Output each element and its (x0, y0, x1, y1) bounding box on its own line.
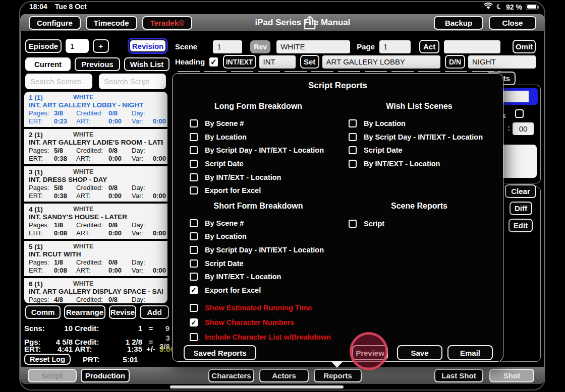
scene-list-item[interactable]: 5 (1)WHITEINT. RCUT WITHPages:1/8Credite… (24, 239, 167, 276)
checkbox-icon[interactable] (190, 219, 198, 227)
checkbox-icon[interactable] (190, 246, 198, 254)
set-field[interactable] (322, 55, 440, 69)
timecode-button[interactable]: Timecode (86, 16, 137, 30)
set-button[interactable]: Set (300, 55, 319, 69)
scene-list-item[interactable]: 2 (1)WHITEINT. ART GALLERY LADIE'S ROOM … (24, 127, 167, 164)
page-number-field[interactable] (379, 40, 411, 53)
hidden-tab-row (178, 71, 500, 72)
add-episode-button[interactable]: + (93, 39, 109, 53)
scene-number-field[interactable] (213, 40, 242, 53)
report-option[interactable]: By Script Day - INT/EXT - Location (183, 243, 349, 257)
report-option[interactable]: By Scene # (183, 117, 349, 130)
clear-button[interactable]: Clear (505, 184, 536, 198)
tab-current[interactable]: Current (25, 57, 71, 71)
report-option[interactable]: Include Character List w/Breakdown (183, 330, 349, 344)
report-option[interactable]: By Script Day - INT/EXT - Location (349, 130, 500, 144)
preview-button[interactable]: Preview (352, 345, 388, 360)
checkbox-icon[interactable] (349, 220, 357, 228)
episode-button[interactable]: Episode (25, 39, 62, 53)
report-option[interactable]: By Location (183, 230, 349, 243)
report-option[interactable]: Script (349, 217, 500, 230)
close-button[interactable]: Close (489, 16, 536, 30)
tab-wish-list[interactable]: Wish List (124, 57, 170, 71)
checkbox-icon[interactable] (190, 286, 198, 294)
report-option[interactable]: Script Date (183, 256, 349, 270)
checkbox-icon[interactable] (349, 133, 357, 141)
act-button[interactable]: Act (419, 40, 439, 53)
act-field[interactable] (444, 40, 500, 53)
checkbox-icon[interactable] (190, 146, 198, 154)
report-option[interactable]: Export for Excel (183, 284, 349, 297)
checkbox-icon[interactable] (190, 160, 198, 168)
tab-previous[interactable]: Previous (75, 57, 120, 71)
report-option[interactable]: By Location (349, 117, 500, 130)
report-option[interactable]: Script Date (183, 157, 349, 171)
day-night-field[interactable] (468, 55, 536, 69)
rail-checkbox[interactable] (515, 109, 524, 118)
shot-button[interactable]: Shot (489, 369, 534, 382)
revision-color-field[interactable] (276, 40, 350, 53)
checkbox-icon[interactable] (190, 119, 198, 127)
edit-button[interactable]: Edit (508, 219, 533, 232)
minutes-field[interactable]: 00 (513, 122, 534, 135)
search-scenes-input[interactable] (25, 74, 92, 89)
saved-reports-button[interactable]: Saved Reports (184, 345, 256, 360)
home-indicator[interactable] (170, 385, 344, 388)
scene-list-item[interactable]: 4 (1)WHITEINT. SANDY'S HOUSE - LATERPage… (24, 202, 167, 239)
report-option[interactable]: Show Character Numbers (183, 315, 349, 330)
comm-button[interactable]: Comm (25, 305, 61, 319)
tab-script[interactable]: Script (28, 369, 77, 382)
last-shot-button[interactable]: Last Shot (434, 369, 483, 382)
reset-log-button[interactable]: Reset Log (24, 354, 71, 365)
checkbox-icon[interactable] (190, 333, 198, 341)
scene-list-item[interactable]: 1 (1)WHITEINT. ART GALLERY LOBBY - NIGHT… (24, 92, 167, 127)
add-scene-button[interactable]: Add (140, 305, 169, 319)
notes-box[interactable] (499, 145, 537, 178)
report-option-label: By Scene # (205, 119, 244, 127)
checkbox-icon[interactable] (349, 119, 357, 127)
report-option[interactable]: By Script Day - INT/EXT - Location (183, 144, 349, 157)
checkbox-icon[interactable] (190, 273, 198, 281)
checkbox-icon[interactable] (190, 186, 198, 194)
configure-button[interactable]: Configure (29, 16, 81, 30)
email-button[interactable]: Email (447, 345, 493, 360)
tab-production[interactable]: Production (81, 369, 130, 382)
checkbox-icon[interactable] (190, 304, 198, 312)
report-option[interactable]: Script Date (349, 144, 500, 157)
checkbox-icon[interactable] (349, 146, 357, 154)
revise-button[interactable]: Revise (109, 305, 136, 319)
int-ext-field[interactable] (259, 55, 296, 69)
scene-list[interactable]: 1 (1)WHITEINT. ART GALLERY LOBBY - NIGHT… (24, 92, 167, 303)
day-night-button[interactable]: D/N (445, 55, 465, 69)
report-option[interactable]: By INT/EXT - Location (349, 157, 500, 171)
report-option[interactable]: By Scene # (183, 217, 349, 230)
report-option[interactable]: Show Estimated Running Time (183, 301, 349, 315)
omit-button[interactable]: Omit (513, 40, 536, 53)
selected-entry-field[interactable] (497, 88, 538, 105)
revision-button[interactable]: Revision (129, 39, 166, 52)
checkbox-icon[interactable] (190, 133, 198, 141)
int-ext-button[interactable]: INT/EXT (223, 55, 256, 69)
report-option[interactable]: By INT/EXT - Location (183, 170, 349, 184)
diff-button[interactable]: Diff (510, 202, 532, 215)
episode-number-field[interactable] (66, 39, 89, 53)
tab-actors[interactable]: Actors (259, 369, 309, 382)
checkbox-icon[interactable] (349, 160, 357, 168)
checkbox-icon[interactable] (190, 259, 198, 268)
heading-checkbox[interactable] (209, 57, 217, 67)
report-option[interactable]: By INT/EXT - Location (183, 270, 349, 284)
checkbox-icon[interactable] (190, 318, 198, 326)
tab-reports[interactable]: Reports (314, 369, 362, 382)
search-script-input[interactable] (99, 74, 166, 89)
checkbox-icon[interactable] (190, 232, 198, 240)
save-button[interactable]: Save (397, 345, 442, 360)
report-option[interactable]: By Location (183, 130, 349, 144)
backup-button[interactable]: Backup (434, 16, 483, 30)
tab-characters[interactable]: Characters (208, 369, 254, 382)
rev-button[interactable]: Rev (250, 40, 270, 53)
report-option[interactable]: Export for Excel (183, 184, 349, 198)
scene-list-item[interactable]: 6 (1)WHITEINT. ART GALLERY DISPLAY SPACE… (24, 276, 167, 303)
rearrange-button[interactable]: Rearrange (64, 305, 105, 319)
checkbox-icon[interactable] (190, 173, 198, 181)
scene-list-item[interactable]: 3 (1)WHITEINT. DRESS SHOP - DAYPages:5/8… (24, 164, 167, 202)
